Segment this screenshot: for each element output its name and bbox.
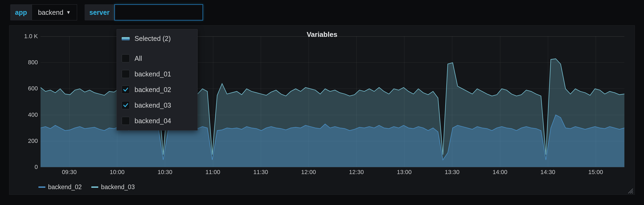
checkbox-checked-icon xyxy=(122,86,130,94)
dropdown-option-backend-04[interactable]: backend_04 xyxy=(117,113,197,129)
x-axis-tick-label: 10:00 xyxy=(110,169,125,176)
legend-label: backend_03 xyxy=(101,183,135,191)
x-axis-tick-label: 11:30 xyxy=(253,169,268,176)
server-variable: server xyxy=(85,4,203,20)
server-variable-input[interactable] xyxy=(114,4,203,20)
x-axis-tick-label: 14:30 xyxy=(540,169,555,176)
checkbox-unchecked-icon xyxy=(122,54,130,62)
dropdown-option-backend-01[interactable]: backend_01 xyxy=(117,66,197,82)
legend-swatch xyxy=(91,186,98,188)
app-variable-value: backend xyxy=(38,9,63,16)
checkbox-unchecked-icon xyxy=(122,70,130,78)
x-axis-tick-label: 12:30 xyxy=(349,169,364,176)
app-variable-selector[interactable]: backend ▼ xyxy=(32,4,77,20)
x-axis-tick-label: 13:00 xyxy=(397,169,412,176)
legend-swatch xyxy=(38,186,45,188)
chart-panel: Variables backend_02 backend_03 02004006… xyxy=(9,25,635,195)
app-variable: app backend ▼ xyxy=(10,4,77,20)
y-axis-tick-label: 400 xyxy=(16,111,38,118)
x-axis-tick-label: 15:00 xyxy=(588,169,603,176)
app-variable-label: app xyxy=(10,9,32,16)
dropdown-option-all[interactable]: All xyxy=(117,51,197,66)
dropdown-option-label: All xyxy=(135,55,142,62)
y-axis-tick-label: 600 xyxy=(16,85,38,92)
legend-item-backend-03[interactable]: backend_03 xyxy=(91,183,135,191)
dropdown-selected-summary[interactable]: Selected (2) xyxy=(117,31,197,46)
x-axis-tick-label: 10:30 xyxy=(158,169,172,176)
y-axis-tick-label: 200 xyxy=(16,137,38,144)
dropdown-separator xyxy=(117,46,197,51)
legend-label: backend_02 xyxy=(48,183,82,191)
y-axis-tick-label: 0 xyxy=(16,164,38,171)
dropdown-option-label: backend_04 xyxy=(135,117,171,125)
checkbox-checked-icon xyxy=(122,101,130,109)
selected-swatch-icon xyxy=(122,37,130,40)
dropdown-option-label: backend_03 xyxy=(135,101,171,109)
y-axis-tick-label: 1.0 K xyxy=(16,33,38,40)
variables-toolbar: app backend ▼ server xyxy=(0,0,644,25)
gridline-horizontal xyxy=(41,167,624,167)
server-variable-label: server xyxy=(85,9,114,16)
dropdown-option-label: backend_02 xyxy=(135,86,171,94)
x-axis-tick-label: 12:00 xyxy=(301,169,316,176)
dropdown-option-backend-03[interactable]: backend_03 xyxy=(117,97,197,113)
dropdown-option-label: backend_01 xyxy=(135,70,171,78)
x-axis-tick-label: 13:30 xyxy=(445,169,460,176)
y-axis-tick-label: 800 xyxy=(16,59,38,66)
dropdown-option-backend-02[interactable]: backend_02 xyxy=(117,82,197,97)
dropdown-selected-label: Selected (2) xyxy=(135,35,171,43)
panel-resize-handle[interactable] xyxy=(628,189,633,193)
x-axis-tick-label: 09:30 xyxy=(62,169,77,176)
chart-legend: backend_02 backend_03 xyxy=(38,183,135,191)
x-axis-tick-label: 14:00 xyxy=(493,169,507,176)
server-dropdown-menu: Selected (2) Allbackend_01backend_02back… xyxy=(117,29,198,130)
x-axis-tick-label: 11:00 xyxy=(205,169,220,176)
checkbox-unchecked-icon xyxy=(122,117,130,125)
chevron-down-icon: ▼ xyxy=(66,10,71,15)
legend-item-backend-02[interactable]: backend_02 xyxy=(38,183,82,191)
